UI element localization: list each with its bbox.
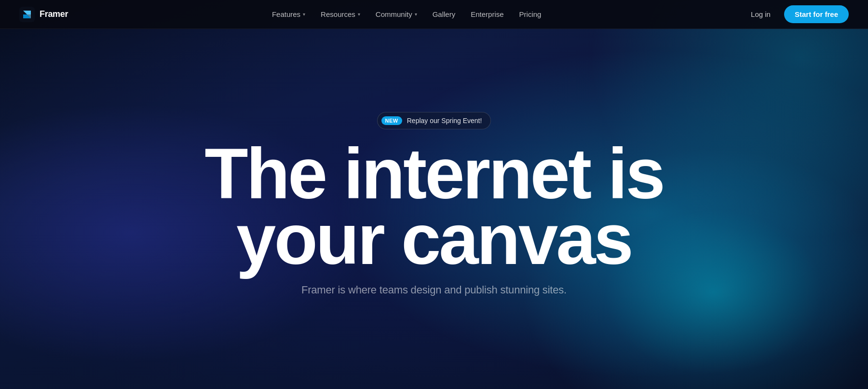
nav-community-label: Community [376, 10, 412, 18]
brand-name: Framer [40, 9, 68, 19]
hero-subtext: Framer is where teams design and publish… [301, 284, 567, 296]
nav-resources-label: Resources [321, 10, 355, 18]
nav-features-label: Features [272, 10, 300, 18]
hero-content: NEW Replay our Spring Event! The interne… [204, 112, 664, 296]
nav-gallery[interactable]: Gallery [426, 6, 462, 22]
login-button[interactable]: Log in [745, 6, 776, 22]
hero-section: NEW Replay our Spring Event! The interne… [0, 0, 868, 389]
nav-enterprise-label: Enterprise [471, 10, 503, 18]
nav-enterprise[interactable]: Enterprise [464, 6, 510, 22]
chevron-down-icon: ▾ [303, 12, 305, 17]
nav-links: Features ▾ Resources ▾ Community ▾ Galle… [265, 6, 548, 22]
nav-pricing-label: Pricing [519, 10, 542, 18]
framer-logo-icon [19, 7, 35, 22]
badge-text: Replay our Spring Event! [407, 117, 482, 125]
nav-pricing[interactable]: Pricing [513, 6, 548, 22]
nav-community[interactable]: Community ▾ [369, 6, 424, 22]
chevron-down-icon: ▾ [415, 12, 417, 17]
hero-headline-line2: your canvas [236, 199, 632, 279]
nav-actions: Log in Start for free [745, 5, 849, 23]
announcement-badge[interactable]: NEW Replay our Spring Event! [377, 112, 491, 129]
chevron-down-icon: ▾ [358, 12, 360, 17]
nav-gallery-label: Gallery [433, 10, 456, 18]
nav-brand: Framer [19, 7, 68, 22]
start-free-button[interactable]: Start for free [784, 5, 849, 23]
navigation: Framer Features ▾ Resources ▾ Community … [0, 0, 868, 29]
hero-headline: The internet is your canvas [204, 141, 664, 272]
nav-resources[interactable]: Resources ▾ [314, 6, 367, 22]
nav-features[interactable]: Features ▾ [265, 6, 312, 22]
badge-new-label: NEW [381, 116, 402, 125]
